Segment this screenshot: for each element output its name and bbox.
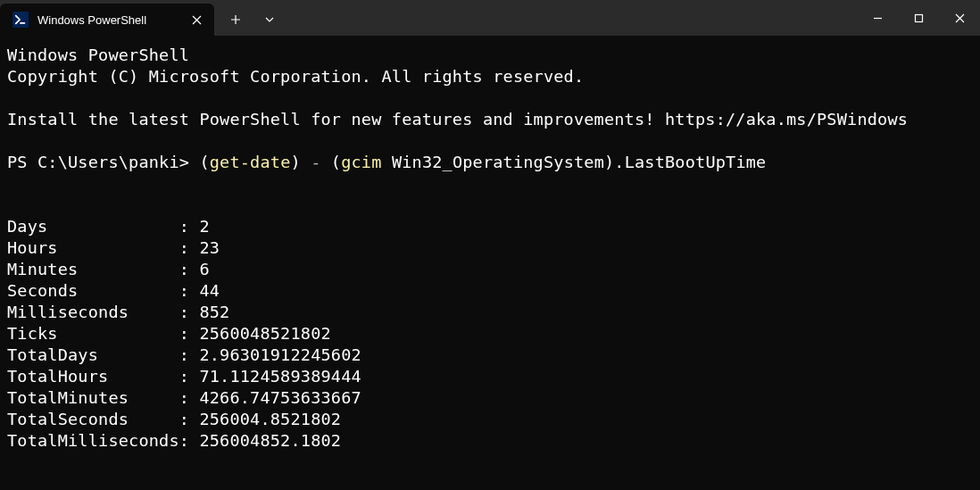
banner-line: Copyright (C) Microsoft Corporation. All…	[7, 67, 584, 86]
chevron-down-icon	[265, 17, 274, 22]
cmdlet: gcim	[341, 153, 381, 171]
tab-close-button[interactable]	[187, 11, 205, 29]
new-tab-button[interactable]	[221, 5, 250, 34]
maximize-icon	[914, 13, 924, 23]
prompt-prefix: PS C:\Users\panki>	[7, 153, 199, 171]
terminal-output[interactable]: Windows PowerShell Copyright (C) Microso…	[0, 36, 980, 461]
install-message: Install the latest PowerShell for new fe…	[7, 110, 908, 129]
banner-line: Windows PowerShell	[7, 46, 189, 64]
operator: -	[301, 153, 331, 171]
tab-actions	[214, 0, 284, 36]
close-icon	[192, 15, 202, 25]
cmdlet: get-date	[210, 153, 291, 171]
svg-rect-2	[915, 14, 922, 21]
property: LastBootUpTime	[625, 153, 767, 171]
tab-dropdown-button[interactable]	[255, 5, 284, 34]
close-icon	[955, 13, 965, 23]
window-controls	[857, 0, 980, 36]
output-rows: Days : 2 Hours : 23 Minutes : 6 Seconds …	[7, 217, 361, 450]
close-window-button[interactable]	[939, 0, 980, 36]
minimize-icon	[873, 13, 883, 23]
tab-title: Windows PowerShell	[37, 13, 179, 27]
minimize-button[interactable]	[857, 0, 898, 36]
titlebar: Windows PowerShell	[0, 0, 980, 36]
tab-active[interactable]: Windows PowerShell	[0, 4, 214, 36]
powershell-icon	[12, 12, 29, 28]
maximize-button[interactable]	[898, 0, 939, 36]
prompt-line: PS C:\Users\panki> (get-date) - (gcim Wi…	[7, 153, 766, 171]
cmd-arg: Win32_OperatingSystem	[382, 153, 604, 171]
plus-icon	[230, 14, 241, 25]
titlebar-drag-region[interactable]	[284, 0, 857, 36]
